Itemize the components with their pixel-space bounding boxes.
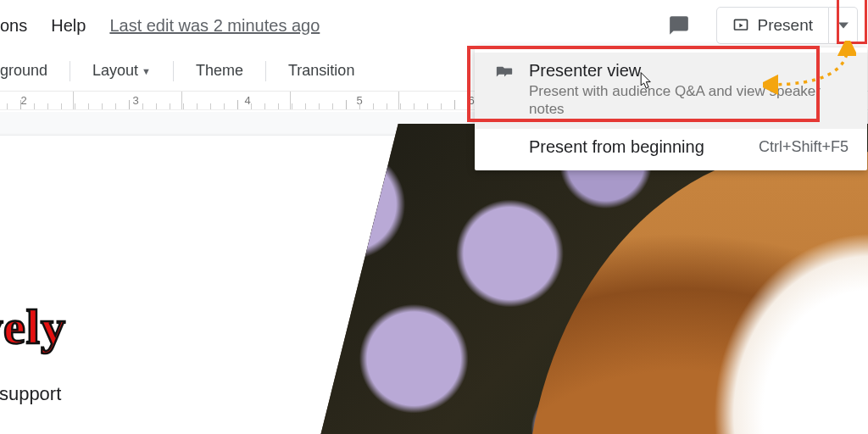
comments-icon[interactable] xyxy=(667,14,691,37)
menu-item-title: Presenter view xyxy=(529,61,849,81)
menu-item-shortcut: Ctrl+Shift+F5 xyxy=(759,138,849,156)
menu-addons[interactable]: ons xyxy=(0,9,37,42)
present-dropdown-menu: Presenter view Present with audience Q&A… xyxy=(475,47,867,170)
present-dropdown-caret[interactable] xyxy=(829,7,858,44)
toolbar-divider xyxy=(265,61,266,81)
chevron-down-icon xyxy=(838,20,849,31)
slide-title-text[interactable]: s are lovely xyxy=(0,298,66,355)
tool-layout-label: Layout xyxy=(92,62,138,80)
present-button-group: Present xyxy=(716,7,858,44)
present-button-label: Present xyxy=(758,16,813,35)
slide-image[interactable] xyxy=(246,124,868,434)
ruler-label: 6 xyxy=(468,94,474,107)
chevron-down-icon: ▼ xyxy=(142,66,151,76)
toolbar-divider xyxy=(173,61,174,81)
last-edit-link[interactable]: Last edit was 2 minutes ago xyxy=(109,16,320,36)
present-button[interactable]: Present xyxy=(716,7,829,44)
tool-theme[interactable]: Theme xyxy=(196,62,243,80)
ruler-label: 4 xyxy=(244,94,250,107)
menu-item-present-from-beginning[interactable]: Present from beginning Ctrl+Shift+F5 xyxy=(475,129,867,167)
slide[interactable]: s are lovely your support xyxy=(0,136,868,434)
tool-layout[interactable]: Layout ▼ xyxy=(92,62,151,80)
menu-help[interactable]: Help xyxy=(41,9,96,42)
menu-item-description: Present with audience Q&A and view speak… xyxy=(529,82,849,119)
menu-item-title: Present from beginning xyxy=(529,137,745,157)
ruler-label: 3 xyxy=(132,94,138,107)
blank-icon-slot xyxy=(493,137,515,140)
toolbar-divider xyxy=(70,61,70,81)
tool-background[interactable]: ground xyxy=(0,62,47,80)
slide-subtitle-text[interactable]: your support xyxy=(0,383,61,405)
presenter-view-icon xyxy=(493,61,515,82)
tool-transition[interactable]: Transition xyxy=(288,62,354,80)
ruler-label: 2 xyxy=(20,94,26,107)
present-icon xyxy=(732,17,749,34)
menu-item-presenter-view[interactable]: Presenter view Present with audience Q&A… xyxy=(475,53,867,129)
